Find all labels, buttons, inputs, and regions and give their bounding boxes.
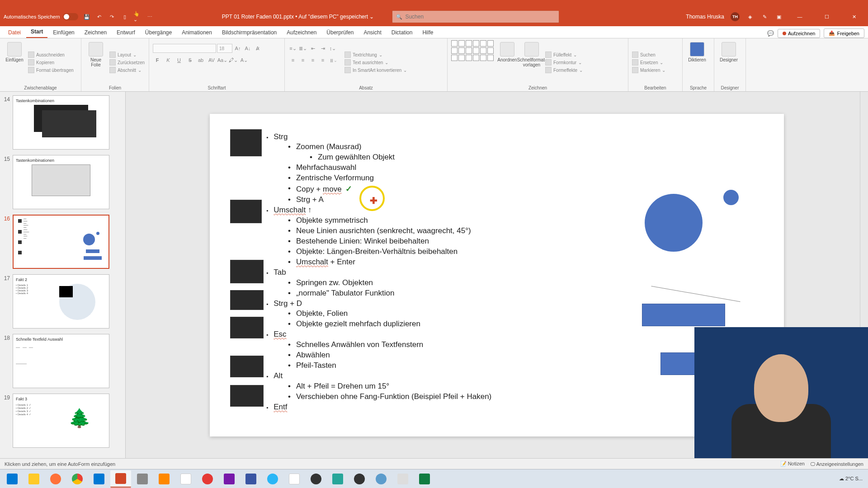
tab-file[interactable]: Datei — [4, 27, 25, 38]
taskbar-app-7[interactable] — [371, 470, 392, 488]
line-spacing-button[interactable]: ↕⌄ — [328, 44, 337, 53]
display-settings-button[interactable]: 🖵 Anzeigeeinstellungen — [810, 461, 863, 467]
qat-more-icon[interactable]: ⋯ — [146, 13, 154, 21]
notes-button[interactable]: 📝 Notizen — [780, 461, 805, 467]
justify-button[interactable]: ≡ — [318, 56, 327, 65]
tab-draw[interactable]: Zeichnen — [80, 27, 111, 38]
reset-button[interactable]: Zurücksetzen — [109, 59, 145, 66]
key-image-tab[interactable] — [230, 260, 264, 283]
maximize-button[interactable]: ☐ — [816, 7, 837, 26]
shape-cell[interactable] — [458, 47, 465, 54]
text-direction-button[interactable]: Textrichtung ⌄ — [344, 52, 407, 58]
replace-button[interactable]: Ersetzen ⌄ — [632, 59, 665, 66]
shape-cell[interactable] — [473, 55, 479, 61]
slide-thumb-17[interactable]: Fakt 2 • Details 1 • Details 2 • Details… — [13, 274, 109, 328]
columns-button[interactable]: ⫼⌄ — [328, 56, 337, 65]
shape-cell[interactable] — [487, 55, 494, 61]
taskbar-app-8[interactable] — [392, 470, 413, 488]
close-button[interactable]: ✕ — [844, 7, 864, 26]
share-button[interactable]: 📤Freigeben — [824, 28, 864, 38]
slide-text-content[interactable]: Strg Zoomen (Mausrad) Zum gewählten Obje… — [266, 132, 491, 413]
align-left-button[interactable]: ≡ — [288, 56, 297, 65]
slide-thumb-18[interactable]: Schnelle Textfeld Auswahl ━━━ ━━━ ━━━ ━━… — [13, 334, 109, 388]
align-text-button[interactable]: Text ausrichten ⌄ — [344, 59, 407, 66]
shadow-button[interactable]: ab — [196, 56, 205, 65]
taskbar-explorer[interactable] — [24, 470, 44, 488]
coming-soon-icon[interactable]: ◈ — [746, 13, 754, 21]
record-button[interactable]: Aufzeichnen — [778, 29, 821, 38]
shape-cell[interactable] — [480, 47, 486, 54]
quick-styles-button[interactable]: Schnellformat- vorlagen — [521, 40, 542, 84]
align-right-button[interactable]: ≡ — [308, 56, 317, 65]
cut-button[interactable]: Ausschneiden — [28, 52, 74, 58]
shape-cell[interactable] — [458, 55, 465, 61]
taskbar-onenote[interactable] — [219, 470, 240, 488]
underline-button[interactable]: U — [175, 56, 184, 65]
align-center-button[interactable]: ≡ — [298, 56, 307, 65]
increase-font-button[interactable]: A↑ — [233, 44, 242, 53]
taskbar-vlc[interactable] — [154, 470, 175, 488]
shape-line[interactable] — [651, 286, 740, 302]
start-button[interactable] — [2, 470, 23, 488]
font-color-button[interactable]: A⌄ — [240, 56, 249, 65]
tab-view[interactable]: Ansicht — [359, 27, 386, 38]
taskbar-app-6[interactable] — [349, 470, 370, 488]
new-slide-button[interactable]: Neue Folie — [85, 40, 107, 84]
tab-transitions[interactable]: Übergänge — [141, 27, 176, 38]
user-avatar[interactable]: TH — [731, 12, 740, 21]
shape-cell[interactable] — [466, 47, 472, 54]
taskbar-telegram[interactable] — [262, 470, 283, 488]
search-input[interactable] — [405, 14, 555, 20]
bold-button[interactable]: F — [153, 56, 162, 65]
numbering-button[interactable]: ≣⌄ — [298, 44, 307, 53]
key-image-alt[interactable] — [230, 356, 264, 377]
window-icon[interactable]: ▣ — [775, 13, 783, 21]
shape-cell[interactable] — [451, 40, 458, 47]
paste-button[interactable]: Einfügen — [4, 40, 25, 84]
spacing-button[interactable]: AV — [207, 56, 216, 65]
layout-button[interactable]: Layout ⌄ — [109, 52, 145, 58]
tab-dictation[interactable]: Dictation — [387, 27, 417, 38]
taskbar-visio[interactable] — [241, 470, 261, 488]
indent-more-button[interactable]: ⇥ — [318, 44, 327, 53]
tab-review[interactable]: Überprüfen — [322, 27, 358, 38]
select-button[interactable]: Markieren ⌄ — [632, 67, 665, 73]
case-button[interactable]: Aa⌄ — [218, 56, 227, 65]
taskbar-app-3[interactable] — [197, 470, 218, 488]
tab-help[interactable]: Hilfe — [418, 27, 438, 38]
tab-design[interactable]: Entwurf — [112, 27, 140, 38]
tab-slideshow[interactable]: Bildschirmpräsentation — [217, 27, 281, 38]
highlight-button[interactable]: 🖍⌄ — [229, 56, 238, 65]
copy-button[interactable]: Kopieren — [28, 59, 74, 66]
slide-thumb-19[interactable]: Fakt 3 • Details 1 ✓ • Details 2 ✓ • Det… — [13, 394, 109, 448]
smartart-button[interactable]: In SmartArt konvertieren ⌄ — [344, 67, 407, 73]
minimize-button[interactable]: — — [789, 7, 810, 26]
shape-cell[interactable] — [451, 47, 458, 54]
autosave-switch[interactable] — [63, 13, 78, 20]
shape-cell[interactable] — [487, 47, 494, 54]
shape-outline-button[interactable]: Formkontur ⌄ — [545, 59, 583, 66]
shape-cell[interactable] — [480, 40, 486, 47]
find-button[interactable]: Suchen — [632, 52, 665, 58]
shape-cell[interactable] — [466, 40, 472, 47]
format-painter-button[interactable]: Format übertragen — [28, 67, 74, 73]
shape-cell[interactable] — [466, 55, 472, 61]
search-box[interactable]: 🔍 — [392, 10, 559, 23]
user-name[interactable]: Thomas Hruska — [686, 14, 724, 20]
shape-effects-button[interactable]: Formeffekte ⌄ — [545, 67, 583, 73]
shape-big-circle[interactable] — [645, 194, 703, 252]
taskbar-app-2[interactable] — [175, 470, 196, 488]
shape-rect-1[interactable] — [642, 304, 725, 326]
shape-cell[interactable] — [451, 55, 458, 61]
shapes-gallery[interactable] — [451, 40, 494, 84]
taskbar-excel[interactable] — [414, 470, 435, 488]
indent-less-button[interactable]: ⇤ — [308, 44, 317, 53]
shape-cell[interactable] — [487, 40, 494, 47]
tab-insert[interactable]: Einfügen — [48, 27, 79, 38]
key-image-esc[interactable] — [230, 317, 264, 338]
taskbar-obs[interactable] — [306, 470, 326, 488]
dictate-button[interactable]: Diktieren — [686, 40, 708, 84]
taskbar-app-4[interactable] — [284, 470, 305, 488]
bullets-button[interactable]: ≡⌄ — [288, 44, 297, 53]
slide-thumbnails-panel[interactable]: 14 Tastenkombinationen 15 Tastenkombinat… — [0, 92, 126, 458]
